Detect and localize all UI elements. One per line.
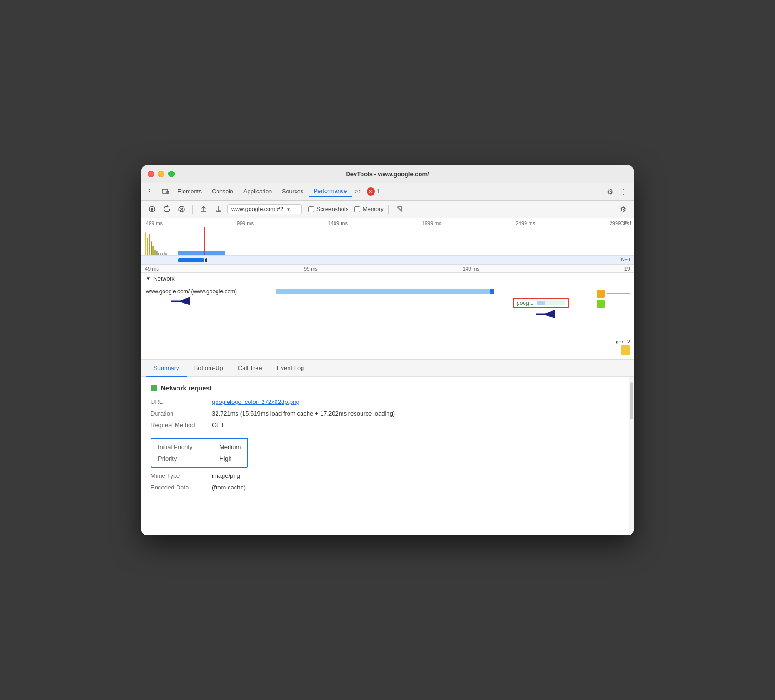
title-bar: DevTools - www.google.com/ (141, 165, 634, 183)
net-bar-1 (178, 258, 204, 262)
net-highlight (178, 251, 225, 255)
tab-summary[interactable]: Summary (146, 360, 187, 377)
initial-priority-row: Initial Priority Medium (158, 443, 241, 450)
screenshots-checkbox[interactable]: Screenshots (308, 206, 348, 212)
tab-application[interactable]: Application (239, 186, 276, 197)
record-button[interactable] (146, 203, 158, 215)
network-row[interactable]: www.google.com/ (www.google.com) (141, 285, 634, 298)
ts-499: 499 ms (146, 220, 163, 226)
close-button[interactable] (148, 171, 154, 177)
request-bar-send (490, 289, 494, 294)
ts-2499: 2499 ms (516, 220, 535, 226)
sub-ts-99: 99 ms (304, 266, 318, 271)
scroll-track[interactable] (629, 377, 634, 535)
block-green (597, 300, 605, 308)
tab-call-tree[interactable]: Call Tree (230, 360, 269, 377)
network-request-icon (151, 385, 157, 391)
toolbar-checkboxes: Screenshots Memory (308, 206, 384, 212)
sub-ts-149: 149 ms (463, 266, 479, 271)
ts-1499: 1499 ms (328, 220, 348, 226)
tab-performance[interactable]: Performance (309, 186, 352, 197)
tab-sources[interactable]: Sources (277, 186, 308, 197)
pointer-icon[interactable] (145, 185, 158, 198)
goog-preview-box: goog... (513, 298, 569, 308)
goog-text: goog... (517, 300, 534, 306)
network-rows-container: www.google.com/ (www.google.com) goog... (141, 285, 634, 359)
refresh-button[interactable] (161, 203, 173, 215)
memory-checkbox-input[interactable] (354, 206, 360, 212)
summary-section-header: Network request (151, 384, 624, 392)
sub-ts-49: 49 ms (145, 266, 159, 271)
ts-1999: 1999 ms (422, 220, 441, 226)
tab-console[interactable]: Console (207, 186, 238, 197)
svg-point-7 (151, 208, 153, 211)
cpu-chart[interactable] (141, 227, 634, 255)
url-row: URL googlelogo_color_272x92dp.png (151, 398, 624, 405)
encoded-row: Encoded Data (from cache) (151, 484, 624, 491)
block-orange (597, 290, 605, 298)
net-bar-2 (205, 258, 207, 262)
panel-tabs: Summary Bottom-Up Call Tree Event Log (141, 360, 634, 377)
svg-rect-0 (149, 189, 150, 190)
timeline-header: 499 ms 999 ms 1499 ms 1999 ms 2499 ms 29… (141, 218, 634, 227)
network-section: ▼ Network www.google.com/ (www.google.co… (141, 273, 634, 360)
tab-bottom-up[interactable]: Bottom-Up (187, 360, 230, 377)
maximize-button[interactable] (168, 171, 175, 177)
settings-icon[interactable]: ⚙ (604, 185, 616, 198)
devtools-tab-bar: Elements Console Application Sources Per… (141, 183, 634, 201)
clear-button[interactable] (176, 203, 188, 215)
memory-checkbox[interactable]: Memory (354, 206, 383, 212)
clear-recording-button[interactable] (394, 203, 406, 215)
duration-row: Duration 32.721ms (15.519ms load from ca… (151, 410, 624, 417)
priority-row: Priority High (158, 455, 241, 462)
tab-event-log[interactable]: Event Log (269, 360, 312, 377)
divider2 (388, 205, 389, 214)
error-count: 1 (377, 188, 380, 195)
block-line-1 (607, 293, 630, 294)
selection-line (361, 285, 361, 359)
url-selector[interactable]: www.google.com #2 ▼ (227, 204, 302, 214)
collapse-icon[interactable]: ▼ (146, 276, 151, 281)
divider (192, 205, 193, 214)
traffic-lights (148, 171, 175, 177)
tab-overflow-button[interactable]: >> (353, 186, 365, 197)
scroll-thumb[interactable] (630, 382, 633, 419)
timeline-container: 499 ms 999 ms 1499 ms 1999 ms 2499 ms 29… (141, 218, 634, 265)
initial-priority-label: Initial Priority (158, 443, 214, 450)
duration-value: 32.721ms (15.519ms load from cache + 17.… (212, 410, 395, 417)
mime-value: image/png (212, 472, 240, 479)
block-line-2 (607, 304, 630, 304)
priority-value: High (219, 455, 232, 462)
network-section-title: Network (153, 276, 175, 282)
url-label: URL (151, 398, 206, 405)
network-row-bar-area (276, 287, 629, 296)
ts-999: 999 ms (237, 220, 254, 226)
tab-elements[interactable]: Elements (173, 186, 206, 197)
memory-label: Memory (362, 206, 383, 212)
more-options-icon[interactable]: ⋮ (617, 185, 630, 198)
goog-load-fill (537, 301, 545, 305)
minimize-button[interactable] (158, 171, 164, 177)
goog-load-bar (537, 301, 565, 305)
download-button[interactable] (212, 203, 224, 215)
screenshots-checkbox-input[interactable] (308, 206, 314, 212)
priority-label: Priority (158, 455, 214, 462)
window-title: DevTools - www.google.com/ (346, 171, 429, 178)
screenshots-label: Screenshots (316, 206, 348, 212)
svg-rect-3 (151, 191, 151, 192)
upload-button[interactable] (197, 203, 210, 215)
sub-ts-19: 19 (624, 266, 630, 271)
error-icon: ✕ (367, 187, 375, 196)
encoded-value: (from cache) (212, 484, 246, 491)
summary-panel: Network request URL googlelogo_color_272… (141, 377, 634, 535)
gen-label: gen_2 (616, 339, 630, 344)
devtools-window: DevTools - www.google.com/ Elements Cons… (141, 165, 634, 535)
arrow-right-annotation (534, 307, 557, 323)
url-value[interactable]: googlelogo_color_272x92dp.png (212, 398, 300, 405)
chevron-down-icon: ▼ (286, 207, 291, 212)
perf-settings-button[interactable]: ⚙ (617, 203, 629, 215)
priority-box: Initial Priority Medium Priority High (151, 438, 248, 468)
svg-rect-1 (151, 189, 151, 190)
right-blocks (597, 290, 634, 308)
responsive-icon[interactable] (159, 185, 172, 198)
